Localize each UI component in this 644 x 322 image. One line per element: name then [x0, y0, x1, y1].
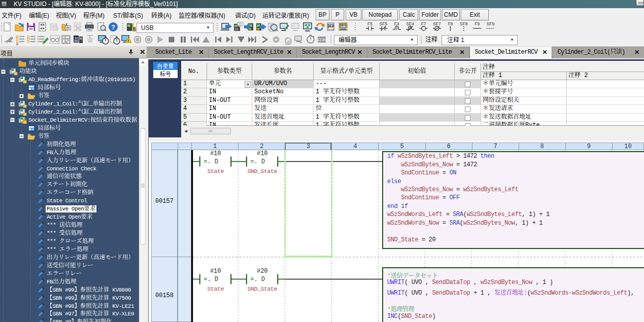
svg-text:SF5: SF5	[380, 21, 388, 26]
svg-text:SF7: SF7	[433, 21, 441, 26]
svg-text:注释: 注释	[425, 35, 437, 43]
svg-text:DEV: DEV	[340, 24, 346, 27]
svg-text:SF8: SF8	[460, 21, 468, 26]
svg-text:F7: F7	[421, 21, 426, 26]
svg-text:12:00: 12:00	[317, 38, 326, 42]
svg-text:F8: F8	[448, 21, 453, 26]
svg-text:F9: F9	[474, 21, 480, 26]
svg-text:DEV: DEV	[328, 24, 334, 27]
svg-text:SF9: SF9	[487, 21, 495, 26]
svg-text:F5: F5	[367, 21, 372, 26]
svg-text:?: ?	[111, 23, 115, 31]
svg-text:M: M	[75, 36, 78, 40]
